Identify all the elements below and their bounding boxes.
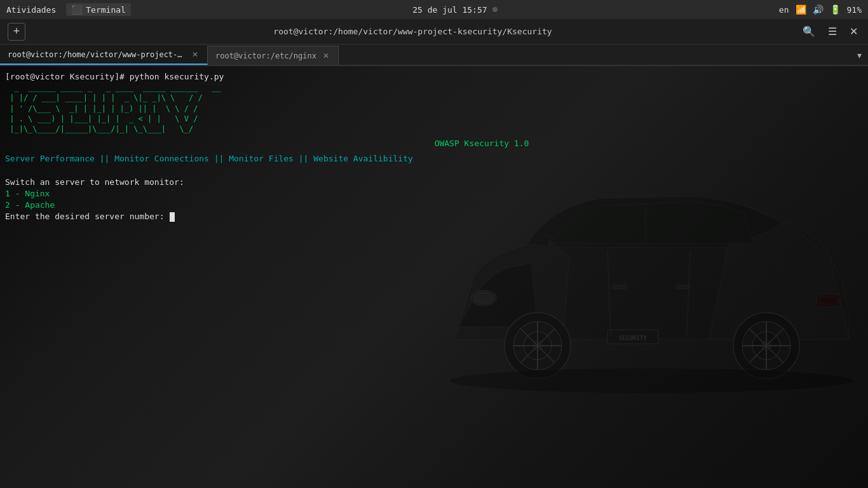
tab-2[interactable]: root@victor:/etc/nginx ✕ (208, 46, 339, 65)
tab-bar: root@victor:/home/victor/www-project-kse… (0, 44, 868, 66)
battery-percent: 91% (847, 5, 862, 15)
battery-icon: 🔋 (830, 4, 841, 15)
input-line[interactable]: Enter the desired server number: (5, 211, 863, 222)
tab-dropdown-button[interactable]: ▾ (850, 46, 868, 65)
tab-2-label: root@victor:/etc/nginx (215, 51, 316, 60)
title-bar-controls: 🔍 ☰ ✕ (800, 24, 860, 39)
tab-1-label: root@victor:/home/victor/www-project-kse… (8, 50, 186, 59)
ascii-art-block: _ ______ _____ _ _ ____ _____ ______ __ … (5, 83, 863, 134)
tab-1-close[interactable]: ✕ (191, 50, 200, 59)
command-line: [root@victor Ksecurity]# python ksecurit… (5, 71, 863, 83)
option-apache: 2 - Apache (5, 200, 863, 211)
features-line: Server Performance || Monitor Connection… (5, 153, 863, 165)
tab-1[interactable]: root@victor:/home/victor/www-project-kse… (0, 46, 208, 65)
menu-button[interactable]: ☰ (825, 24, 839, 39)
search-button[interactable]: 🔍 (800, 24, 818, 39)
switch-prompt: Switch an server to network monitor: (5, 177, 863, 188)
option-nginx: 1 - Nginx (5, 188, 863, 200)
window-title: root@victor:/home/victor/www-project-kse… (25, 27, 800, 36)
prompt-section: Switch an server to network monitor: 1 -… (5, 177, 863, 223)
terminal-text-area: [root@victor Ksecurity]# python ksecurit… (0, 66, 868, 488)
terminal-cursor (170, 212, 175, 222)
activities-label[interactable]: Atividades (6, 5, 56, 15)
volume-icon: 🔊 (813, 4, 824, 15)
system-bar-right: en 📶 🔊 🔋 91% (779, 4, 862, 15)
status-dot (492, 7, 498, 12)
add-tab-button[interactable]: + (8, 23, 25, 41)
close-window-button[interactable]: ✕ (847, 24, 860, 39)
title-bar: + root@victor:/home/victor/www-project-k… (0, 19, 868, 44)
wifi-icon: 📶 (796, 4, 806, 15)
terminal-taskbar-label: Terminal (86, 5, 126, 15)
system-bar-left: Atividades ⬛ Terminal (6, 3, 131, 16)
system-bar-center: 25 de jul 15:57 (412, 5, 497, 15)
terminal-icon: ⬛ (71, 4, 82, 15)
system-bar: Atividades ⬛ Terminal 25 de jul 15:57 en… (0, 0, 868, 19)
locale-label: en (779, 5, 789, 15)
tab-2-close[interactable]: ✕ (322, 51, 330, 60)
terminal-taskbar[interactable]: ⬛ Terminal (66, 3, 131, 16)
input-prompt-text: Enter the desired server number: (5, 211, 169, 222)
title-bar-left: + (8, 23, 25, 41)
window-title-text: root@victor:/home/victor/www-project-kse… (273, 27, 552, 36)
blank-line-1 (5, 165, 863, 174)
owasp-title: OWASP Ksecurity 1.0 (100, 138, 863, 149)
datetime-label: 25 de jul 15:57 (412, 5, 487, 15)
terminal-content: SECURITY [root@victor Ksecurity]# python… (0, 66, 868, 488)
